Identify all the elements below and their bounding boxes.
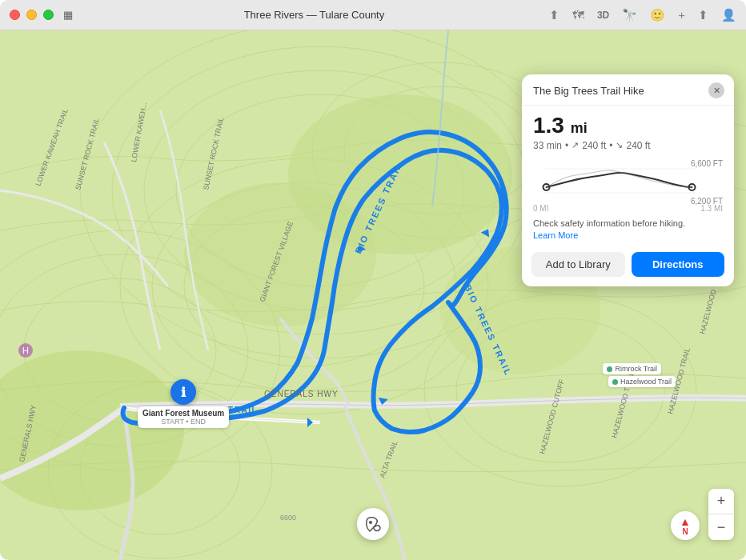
dot-separator2: • — [609, 140, 612, 151]
zoom-out-button[interactable]: − — [708, 514, 734, 540]
toolbar: ⬆ 🗺 3D 🔭 🙂 + ⬆ 👤 — [549, 8, 736, 22]
card-body: 1.3 mi 33 min • ↗ 240 ft • ↘ 240 ft 6,60… — [522, 106, 734, 252]
add-to-library-button[interactable]: Add to Library — [531, 252, 625, 277]
elevation-up-icon: ↗ — [572, 140, 579, 150]
search-area-icon[interactable]: 🔭 — [622, 8, 637, 22]
card-title: The Big Trees Trail Hike — [533, 85, 644, 97]
elevation-chart: 6,600 FT 6,200 FT — [533, 159, 723, 213]
hazelwood-trail-marker: Hazelwood Trail — [608, 376, 676, 387]
card-header: The Big Trees Trail Hike ✕ — [522, 74, 734, 106]
trail-stats: 33 min • ↗ 240 ft • ↘ 240 ft — [533, 140, 723, 151]
svg-text:GENERALS HWY: GENERALS HWY — [264, 390, 339, 398]
window: ▦ Three Rivers — Tulare County ⬆ 🗺 3D 🔭 … — [0, 0, 746, 560]
dot-separator: • — [565, 140, 568, 151]
learn-more-link[interactable]: Learn More — [533, 230, 578, 240]
distance-display: 1.3 mi — [533, 114, 723, 138]
window-title: Three Rivers — Tulare County — [79, 9, 549, 21]
share-icon[interactable]: ⬆ — [698, 8, 708, 22]
close-window-button[interactable] — [10, 10, 20, 20]
3d-button[interactable]: 3D — [597, 10, 609, 21]
svg-text:6600: 6600 — [280, 514, 296, 522]
distance-unit: mi — [571, 120, 588, 136]
elevation-gain: 240 ft — [582, 140, 606, 151]
rimrock-trail-marker: Rimrock Trail — [603, 363, 661, 374]
svg-text:H: H — [22, 346, 29, 355]
museum-name: Giant Forest Museum — [142, 409, 224, 418]
titlebar: ▦ Three Rivers — Tulare County ⬆ 🗺 3D 🔭 … — [0, 0, 746, 30]
rating-icon[interactable]: 🙂 — [650, 8, 665, 22]
distance-value: 1.3 — [533, 113, 564, 138]
compass-control[interactable]: ▲ N — [671, 511, 700, 540]
route-waypoints-button[interactable] — [357, 508, 389, 540]
museum-label: Giant Forest Museum START • END — [138, 406, 229, 428]
safety-notice: Check safety information before hiking. … — [533, 218, 723, 242]
info-card: The Big Trees Trail Hike ✕ 1.3 mi 33 min… — [522, 74, 734, 286]
duration: 33 min — [533, 140, 562, 151]
museum-pin[interactable]: ℹ Giant Forest Museum START • END — [138, 379, 229, 428]
elev-x-start: 0 MI — [533, 204, 548, 213]
card-actions: Add to Library Directions — [522, 252, 734, 286]
maximize-window-button[interactable] — [43, 10, 54, 20]
hazelwood-label: Hazelwood Trail — [620, 378, 672, 386]
map-container[interactable]: BIO TREES TRAIL BIO TREES TRAIL ALTA TRA… — [0, 30, 746, 560]
safety-text: Check safety information before hiking. — [533, 218, 685, 228]
elev-low-label: 6,200 FT — [691, 197, 723, 206]
zoom-controls: + − — [708, 489, 734, 540]
elev-high-label: 6,600 FT — [691, 159, 723, 168]
minimize-window-button[interactable] — [26, 10, 37, 20]
museum-sub: START • END — [142, 418, 224, 426]
close-card-button[interactable]: ✕ — [708, 82, 724, 98]
elevation-loss: 240 ft — [626, 140, 650, 151]
traffic-lights — [10, 10, 54, 20]
directions-icon[interactable]: ⬆ — [549, 8, 560, 22]
account-icon[interactable]: 👤 — [721, 8, 736, 22]
rimrock-label: Rimrock Trail — [615, 365, 657, 373]
waypoint-icon — [364, 515, 382, 533]
elevation-labels: 6,600 FT 6,200 FT — [691, 159, 723, 206]
window-document-icon: ▦ — [63, 9, 73, 21]
zoom-in-button[interactable]: + — [708, 489, 734, 514]
pin-icon: ℹ — [170, 379, 196, 405]
elevation-down-icon: ↘ — [616, 140, 623, 150]
directions-button[interactable]: Directions — [632, 252, 725, 277]
svg-point-47 — [369, 521, 372, 524]
map-icon[interactable]: 🗺 — [572, 8, 584, 22]
add-button[interactable]: + — [678, 8, 685, 22]
